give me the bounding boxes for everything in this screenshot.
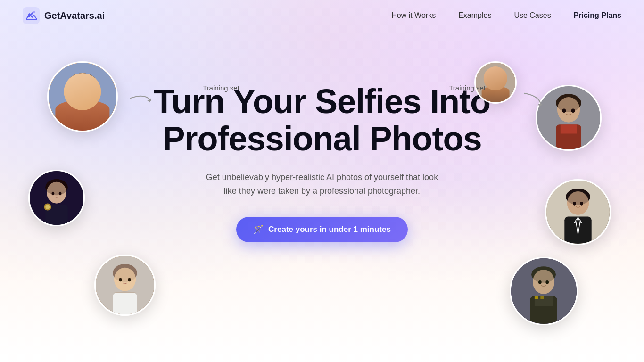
avatar-left-bottom xyxy=(94,255,156,316)
nav-links: How it Works Examples Use Cases Pricing … xyxy=(391,11,621,20)
svg-rect-62 xyxy=(540,296,544,299)
svg-rect-4 xyxy=(67,103,97,131)
svg-point-17 xyxy=(47,182,66,204)
svg-point-11 xyxy=(77,92,82,94)
svg-rect-25 xyxy=(113,293,137,314)
svg-point-36 xyxy=(490,80,494,82)
training-label-left: Training set xyxy=(203,84,239,92)
avatar-right-mid xyxy=(545,179,611,245)
navbar: GetAvatars.ai How it Works Examples Use … xyxy=(0,0,644,31)
svg-point-30 xyxy=(487,71,504,88)
svg-point-27 xyxy=(119,278,122,282)
svg-point-10 xyxy=(85,87,89,91)
svg-point-45 xyxy=(571,108,575,113)
svg-rect-1 xyxy=(49,63,116,131)
svg-point-59 xyxy=(538,280,542,284)
svg-point-26 xyxy=(114,268,136,291)
svg-point-12 xyxy=(83,92,88,94)
svg-point-37 xyxy=(497,80,501,82)
svg-point-18 xyxy=(52,192,55,196)
svg-point-31 xyxy=(487,68,504,80)
nav-link-use-cases[interactable]: Use Cases xyxy=(514,11,551,20)
svg-point-19 xyxy=(59,192,62,196)
cta-button[interactable]: 🪄 Create yours in under 1 minutes xyxy=(236,217,408,242)
svg-point-34 xyxy=(491,78,494,82)
hero-subtitle: Get unbelievably hyper-realistic AI phot… xyxy=(199,171,445,198)
svg-rect-29 xyxy=(476,63,515,102)
svg-point-60 xyxy=(545,280,549,284)
svg-rect-32 xyxy=(486,89,504,102)
avatar-left-mid xyxy=(28,170,85,226)
svg-point-9 xyxy=(76,87,80,91)
avatar-right-top-small xyxy=(474,61,517,104)
svg-point-58 xyxy=(533,270,554,294)
svg-point-50 xyxy=(567,191,589,215)
logo-icon xyxy=(23,7,40,24)
wand-icon: 🪄 xyxy=(253,224,264,235)
svg-point-6 xyxy=(84,103,93,108)
avatar-left-top xyxy=(47,61,118,132)
svg-point-28 xyxy=(128,278,131,282)
svg-point-51 xyxy=(573,202,576,206)
svg-point-35 xyxy=(497,78,500,82)
avatar-right-top-large xyxy=(536,85,602,151)
svg-point-3 xyxy=(68,73,97,93)
svg-rect-42 xyxy=(561,124,577,133)
svg-point-52 xyxy=(580,202,583,206)
logo[interactable]: GetAvatars.ai xyxy=(23,7,105,24)
training-label-right: Training set xyxy=(449,84,486,92)
svg-point-2 xyxy=(70,74,95,101)
svg-point-21 xyxy=(45,205,50,209)
cta-label: Create yours in under 1 minutes xyxy=(268,225,391,234)
nav-link-examples[interactable]: Examples xyxy=(458,11,491,20)
svg-rect-61 xyxy=(535,296,538,299)
svg-point-5 xyxy=(72,103,81,108)
svg-point-33 xyxy=(487,71,504,88)
svg-point-8 xyxy=(71,75,94,93)
nav-link-pricing-plans[interactable]: Pricing Plans xyxy=(574,11,621,20)
avatar-right-bot xyxy=(510,257,578,325)
logo-text: GetAvatars.ai xyxy=(44,10,105,21)
svg-point-43 xyxy=(557,97,580,123)
nav-link-how-it-works[interactable]: How it Works xyxy=(391,11,436,20)
svg-point-44 xyxy=(562,108,566,113)
svg-point-7 xyxy=(70,75,95,100)
hero-title-line2: Professional Photos xyxy=(162,120,481,157)
